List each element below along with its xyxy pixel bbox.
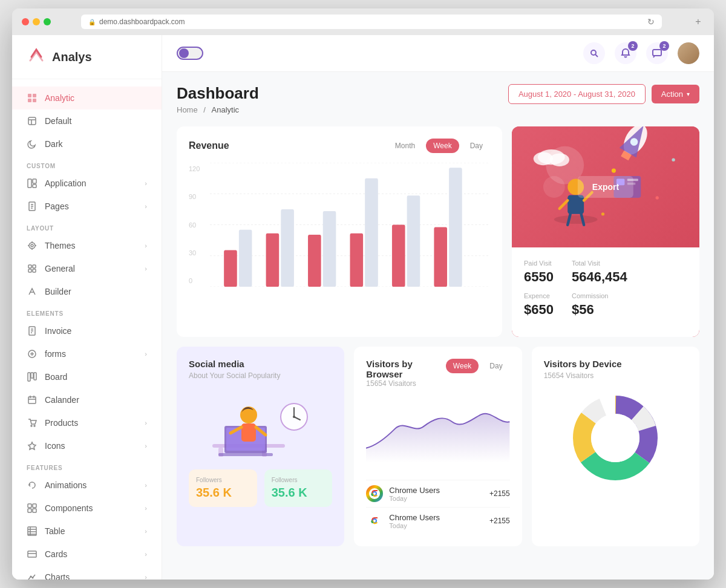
sidebar-item-builder[interactable]: Builder — [12, 280, 162, 303]
sidebar-item-products-label: Products — [45, 418, 78, 428]
maximize-button[interactable] — [44, 18, 51, 25]
svg-point-100 — [601, 212, 604, 215]
logo-icon — [27, 47, 46, 67]
sidebar-item-general[interactable]: General › — [12, 257, 162, 280]
animations-icon — [27, 480, 38, 491]
page-title: Dashboard — [177, 84, 259, 103]
sidebar-item-pages[interactable]: Pages › — [12, 195, 162, 218]
table-icon — [27, 526, 38, 537]
svg-rect-43 — [33, 504, 36, 508]
sidebar-item-invoice[interactable]: Invoice — [12, 319, 162, 342]
tab-week-button[interactable]: Week — [426, 139, 459, 153]
chrome-icon-2 — [366, 512, 383, 529]
browser-list-item-chrome: Chrome Users Today +2155 — [366, 480, 509, 507]
revenue-chart: 120 90 60 30 0 — [189, 163, 490, 302]
chevron-right-icon: › — [145, 203, 147, 210]
visitors-device-count: 15654 Visaitors — [544, 371, 687, 380]
svg-rect-21 — [33, 265, 36, 268]
expense-label: Expence — [524, 292, 554, 299]
sidebar-item-board-label: Board — [45, 372, 67, 382]
sidebar-item-analytic[interactable]: Analytic — [12, 87, 162, 109]
sidebar-item-default[interactable]: Default — [12, 109, 162, 132]
commission-label: Commission — [572, 292, 609, 299]
sidebar-item-application[interactable]: Application › — [12, 172, 162, 195]
toggle-switch[interactable] — [177, 47, 203, 60]
revenue-card-header: Revenue Month Week Day — [189, 139, 490, 153]
svg-line-89 — [560, 200, 567, 208]
minimize-button[interactable] — [33, 18, 40, 25]
revenue-tab-group: Month Week Day — [388, 139, 490, 153]
svg-rect-0 — [28, 94, 31, 97]
chevron-right-icon: › — [145, 180, 147, 187]
svg-point-99 — [672, 158, 675, 161]
sidebar-item-components[interactable]: Components › — [12, 497, 162, 520]
sidebar-item-forms[interactable]: forms › — [12, 342, 162, 365]
add-tab-button[interactable]: + — [692, 16, 704, 28]
search-button[interactable] — [583, 42, 605, 64]
svg-rect-73 — [365, 178, 378, 287]
date-range-button[interactable]: August 1, 2020 - August 31, 2020 — [508, 84, 646, 104]
stats-row-finance: Expence $650 Commission $56 — [524, 292, 687, 318]
sidebar-item-default-label: Default — [45, 116, 71, 126]
builder-icon — [27, 286, 38, 297]
followers-label-1: Followers — [196, 477, 250, 483]
address-bar[interactable]: 🔒 demo.dashboardpack.com ↻ — [81, 15, 662, 29]
action-button[interactable]: Action ▾ — [652, 85, 699, 103]
donut-chart-svg — [567, 390, 664, 486]
svg-point-98 — [656, 196, 659, 199]
svg-rect-1 — [33, 94, 36, 97]
sidebar-item-board[interactable]: Board — [12, 365, 162, 388]
chevron-right-icon: › — [145, 442, 147, 449]
svg-rect-88 — [567, 195, 584, 214]
section-label-features: FEATURES — [12, 457, 162, 474]
browser-item-details-2: Chrome Users Today — [389, 513, 440, 529]
sidebar-item-charts[interactable]: Charts › — [12, 566, 162, 580]
sidebar-item-products[interactable]: Products › — [12, 411, 162, 434]
sidebar-item-icons[interactable]: Icons › — [12, 434, 162, 457]
cards-icon — [27, 549, 38, 560]
breadcrumb-current: Analytic — [212, 105, 240, 114]
svg-point-133 — [591, 414, 639, 462]
bottom-grid: Social media About Your Social Popularit… — [177, 347, 699, 546]
sidebar-item-themes[interactable]: Themes › — [12, 234, 162, 257]
chevron-right-icon: › — [145, 505, 147, 512]
topbar: 2 2 — [162, 35, 714, 72]
svg-point-58 — [591, 50, 596, 55]
app-container: Analys Analytic Default — [12, 35, 714, 580]
sidebar-item-animations[interactable]: Animations › — [12, 474, 162, 497]
sidebar-item-calendar[interactable]: Calander — [12, 388, 162, 411]
dashboard-header: Dashboard Home / Analytic August 1, 2020… — [177, 84, 699, 114]
tab-day-button[interactable]: Day — [463, 139, 490, 153]
browser-tab-day[interactable]: Day — [482, 359, 509, 373]
sidebar-item-cards[interactable]: Cards › — [12, 543, 162, 566]
notifications-button[interactable]: 2 — [615, 42, 636, 64]
browser-tab-group: Week Day — [446, 359, 510, 373]
toggle-control[interactable] — [177, 47, 203, 60]
svg-point-53 — [30, 576, 32, 578]
svg-rect-60 — [653, 50, 661, 56]
svg-rect-35 — [28, 397, 36, 403]
themes-icon — [27, 240, 38, 251]
refresh-button[interactable]: ↻ — [647, 17, 655, 27]
line-chart — [366, 397, 509, 470]
tab-month-button[interactable]: Month — [388, 139, 422, 153]
y-label-30: 30 — [189, 249, 200, 256]
browser-tab-week[interactable]: Week — [446, 359, 479, 373]
messages-button[interactable]: 2 — [646, 42, 668, 64]
chevron-right-icon: › — [145, 573, 147, 580]
sidebar-item-table[interactable]: Table › — [12, 520, 162, 543]
close-button[interactable] — [22, 18, 29, 25]
sidebar-item-invoice-label: Invoice — [45, 326, 71, 336]
total-visit-value: 5646,454 — [572, 269, 627, 285]
export-button[interactable]: Export — [578, 176, 633, 198]
sidebar-item-dark[interactable]: Dark — [12, 132, 162, 155]
sidebar-item-application-label: Application — [45, 178, 87, 188]
revenue-card: Revenue Month Week Day 120 — [177, 126, 502, 337]
general-icon — [27, 263, 38, 274]
svg-rect-22 — [28, 269, 31, 272]
bar-chart-svg: Feb Mar Apr May Jun Jul — [210, 163, 490, 287]
total-visit-label: Total Visit — [572, 260, 627, 267]
svg-rect-68 — [266, 234, 280, 287]
user-avatar[interactable] — [678, 42, 699, 64]
browser-item-date: Today — [389, 495, 440, 502]
